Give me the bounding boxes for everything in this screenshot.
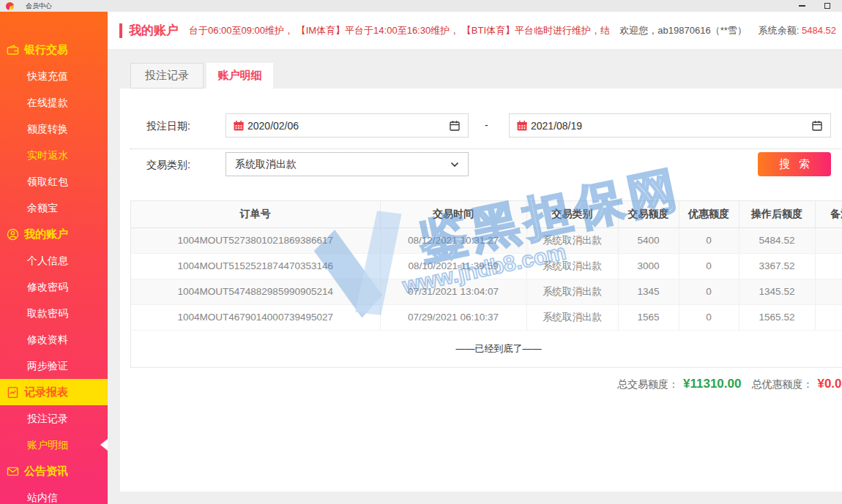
sidebar-item-bank-transactions[interactable]: 银行交易 [0,37,108,63]
sidebar-item-realtime-rebate[interactable]: 实时返水 [0,142,108,168]
sidebar-item-label: 余额宝 [27,202,58,214]
table-row: 1004MOUT515252187447035314608/10/2021 11… [131,253,842,279]
sidebar-item-two-step-verification[interactable]: 两步验证 [0,353,108,379]
total-discount-label: 总优惠额度： [751,378,813,390]
welcome-text: 欢迎您，ab19870616（**雪） [619,24,746,37]
sidebar-item-label: 我的账户 [24,227,68,241]
table-cell: 07/29/2021 06:10:37 [380,304,526,330]
column-header: 交易类别 [526,201,618,227]
table-cell: 5484.52 [739,227,815,253]
column-header: 交易时间 [380,201,526,227]
sidebar-item-label: 账户明细 [27,439,68,451]
sidebar-item-site-mail[interactable]: 站内信 [0,484,108,504]
sidebar-item-label: 银行交易 [24,43,68,57]
transaction-type-value: 系统取消出款 [235,158,297,171]
sidebar-item-label: 实时返水 [27,149,68,161]
table-cell: 1345 [618,279,679,304]
table-cell: 08/12/2021 10:31:27 [380,227,526,253]
sidebar-item-withdrawal-password[interactable]: 取款密码 [0,300,108,326]
total-discount-value: ¥0.00 [817,377,842,391]
notice-marquee: 台于06:00至09:00维护， 【IM体育】平台于14:00至16:30维护，… [189,24,609,37]
page-title: 我的账户 [129,22,179,39]
table-cell: 1004MOUT4679014000739495027 [131,304,380,330]
sidebar-item-label: 站内信 [27,492,58,503]
datepicker-icon[interactable] [811,120,823,132]
sidebar-item-label: 领取红包 [27,176,68,187]
page-header: 我的账户 台于06:00至09:00维护， 【IM体育】平台于14:00至16:… [108,12,842,50]
date-from-value: 2020/02/06 [247,120,299,132]
table-cell: 07/31/2021 13:04:07 [380,279,526,304]
column-header: 交易额度 [618,201,679,227]
table-row: 1004MOUT527380102186938661708/12/2021 10… [131,227,842,253]
sidebar-item-label: 额度转换 [27,123,68,135]
table-cell: 系统取消出款 [526,253,618,279]
table-cell [815,253,842,279]
table-cell: 1004MOUT5474882985990905214 [131,279,380,304]
sidebar-item-my-account[interactable]: 我的账户 [0,221,108,247]
sidebar-item-betting-records[interactable]: 投注记录 [0,405,108,432]
sidebar-item-quota-transfer[interactable]: 额度转换 [0,116,108,142]
calendar-icon [233,120,245,132]
sidebar-item-label: 投注记录 [27,413,68,424]
sidebar-item-label: 记录报表 [24,385,68,399]
sidebar-item-records-report[interactable]: 记录报表 [0,379,108,405]
table-cell: 3000 [618,253,679,279]
report-icon [7,386,19,399]
table-cell [815,227,842,253]
balance-label: 系统余额: [759,25,802,36]
title-accent-bar [119,23,122,38]
table-row: 1004MOUT547488298599090521407/31/2021 13… [131,279,842,304]
sidebar-item-label: 公告资讯 [24,464,68,478]
content-card: 投注日期: 2020/02/06 - 2021/08/19 交易类别: 系统取消… [120,89,842,492]
table-cell: 系统取消出款 [526,279,618,304]
table-cell: 3367.52 [739,253,815,279]
table-cell: 系统取消出款 [526,304,618,330]
date-range-separator: - [485,119,488,131]
datepicker-icon[interactable] [449,120,461,132]
date-filter-label: 投注日期: [146,120,190,133]
maximize-button[interactable] [824,3,830,9]
sidebar-item-personal-info[interactable]: 个人信息 [0,247,108,274]
sidebar-item-edit-profile[interactable]: 修改资料 [0,326,108,353]
total-amount-label: 总交易额度： [617,378,679,390]
sidebar-item-quick-deposit[interactable]: 快速充值 [0,63,108,89]
window-controls [799,3,830,9]
date-from-input[interactable]: 2020/02/06 [226,113,469,138]
tabs: 投注记录账户明细 [130,63,273,89]
wallet-icon [7,44,19,56]
totals: 总交易额度：¥11310.00总优惠额度：¥0.00 [617,377,842,391]
chevron-down-icon [450,162,459,168]
sidebar-item-online-withdrawal[interactable]: 在线提款 [0,89,108,116]
transaction-type-select[interactable]: 系统取消出款 [226,152,469,176]
sidebar-item-announcements[interactable]: 公告资讯 [0,458,108,484]
date-to-value: 2021/08/19 [531,120,582,132]
table-cell [815,304,842,330]
sidebar: 银行交易快速充值在线提款额度转换实时返水领取红包余额宝我的账户个人信息修改密码取… [0,12,108,504]
table-cell: 0 [679,227,739,253]
sidebar-item-account-details[interactable]: 账户明细 [0,432,108,458]
date-to-input[interactable]: 2021/08/19 [509,113,831,138]
table-cell: 1004MOUT5152521874470353146 [131,253,380,279]
window-titlebar: 会员中心 [0,0,842,12]
search-button[interactable]: 搜 索 [758,152,831,176]
user-icon [7,228,19,241]
table-cell: 1004MOUT5273801021869386617 [131,227,380,253]
table-cell: 1565.52 [739,304,815,330]
table-cell: 1345.52 [739,279,815,304]
table-cell: 0 [679,253,739,279]
sidebar-item-claim-redpacket[interactable]: 领取红包 [0,168,108,195]
column-header: 备注 [815,201,842,227]
tab-account-details[interactable]: 账户明细 [206,63,273,89]
minimize-button[interactable] [799,5,805,7]
sidebar-item-change-password[interactable]: 修改密码 [0,274,108,300]
table-cell: 0 [679,279,739,304]
sidebar-item-label: 两步验证 [27,360,68,372]
tab-betting-records[interactable]: 投注记录 [130,63,204,89]
table-cell: 1565 [618,304,679,330]
table-cell: 5400 [618,227,679,253]
total-amount-value: ¥11310.00 [683,377,741,391]
window-title: 会员中心 [26,1,52,11]
sidebar-item-yuebao[interactable]: 余额宝 [0,195,108,221]
column-header: 操作后额度 [739,201,815,227]
transaction-type-label: 交易类别: [146,159,190,172]
